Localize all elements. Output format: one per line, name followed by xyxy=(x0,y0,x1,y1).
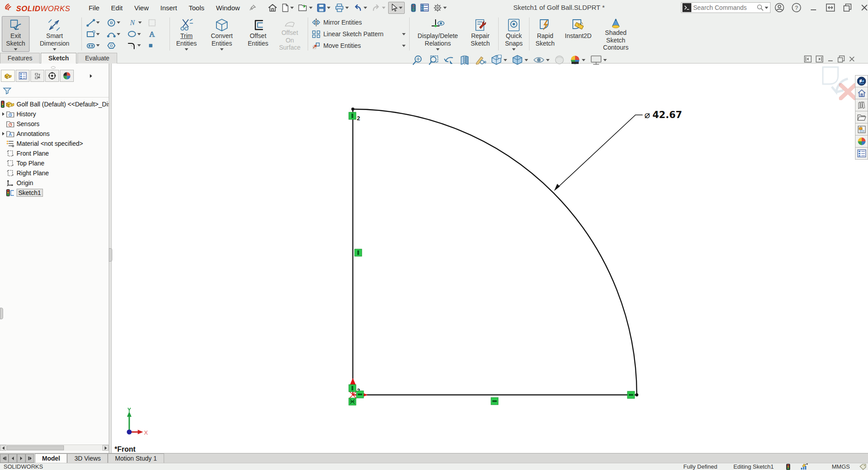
open-document-button[interactable] xyxy=(296,2,314,13)
scroll-right-button[interactable] xyxy=(102,445,109,451)
hide-show-items-button[interactable] xyxy=(532,54,550,66)
options-dropdown[interactable] xyxy=(443,7,447,9)
prev-tab-button[interactable] xyxy=(8,454,17,463)
window-edge-grip[interactable] xyxy=(0,308,3,319)
panel-splitter-grip[interactable] xyxy=(109,248,112,262)
menu-insert[interactable]: Insert xyxy=(154,1,183,14)
first-tab-button[interactable] xyxy=(0,454,8,463)
hide-sketches-button[interactable] xyxy=(474,54,487,66)
taskpane-custom-properties-icon[interactable] xyxy=(855,148,868,160)
quick-snaps-dropdown[interactable] xyxy=(512,48,516,51)
rapid-sketch-button[interactable]: Rapid Sketch xyxy=(531,16,559,52)
tile-pane-right-icon[interactable] xyxy=(816,55,823,63)
arc-tool-dropdown[interactable] xyxy=(117,33,120,35)
select-tool-dropdown[interactable] xyxy=(399,7,402,9)
doc-minimize-icon[interactable] xyxy=(827,56,834,62)
scroll-left-button[interactable] xyxy=(0,445,6,451)
taskpane-design-library-icon[interactable] xyxy=(855,99,868,111)
rectangle-tool[interactable] xyxy=(85,30,105,38)
tree-item-history[interactable]: History xyxy=(0,109,109,119)
new-document-button[interactable] xyxy=(280,2,296,13)
zoom-area-button[interactable] xyxy=(427,54,440,66)
home-button[interactable] xyxy=(266,2,279,13)
open-document-dropdown[interactable] xyxy=(309,7,313,9)
move-entities-button[interactable]: Move Entities xyxy=(312,41,406,51)
display-delete-relations-dropdown[interactable] xyxy=(436,48,440,51)
linear-sketch-pattern-button[interactable]: Linear Sketch Pattern xyxy=(312,29,406,39)
section-view-button[interactable] xyxy=(458,54,471,66)
graphics-area[interactable] xyxy=(112,64,868,453)
ellipse-tool[interactable] xyxy=(126,30,146,38)
configurationmanager-tab[interactable] xyxy=(30,70,44,82)
arc-tool[interactable] xyxy=(105,30,126,38)
exit-sketch-button[interactable]: Exit Sketch xyxy=(2,16,30,52)
apply-scene-dropdown[interactable] xyxy=(582,59,585,61)
spline-tool-dropdown[interactable] xyxy=(138,21,142,24)
tree-item-top-plane[interactable]: Top Plane xyxy=(0,158,109,168)
select-tool-button[interactable] xyxy=(388,2,405,14)
pin-menu-icon[interactable] xyxy=(247,3,258,13)
options-gear-button[interactable] xyxy=(432,2,449,13)
taskpane-appearances-icon[interactable] xyxy=(855,135,868,148)
line-tool[interactable] xyxy=(85,19,105,27)
shaded-sketch-contours-button[interactable]: Shaded Sketch Contours xyxy=(597,16,634,52)
zoom-fit-button[interactable] xyxy=(411,54,424,66)
instant2d-button[interactable]: Instant2D xyxy=(559,16,597,52)
expand-panes-button[interactable] xyxy=(824,2,837,13)
help-icon[interactable]: ? xyxy=(790,2,803,13)
ellipse-tool-dropdown[interactable] xyxy=(137,33,141,35)
print-button[interactable] xyxy=(333,2,351,13)
tree-item-sensors[interactable]: Sensors xyxy=(0,119,109,129)
filter-icon[interactable] xyxy=(3,87,12,94)
display-style-dropdown[interactable] xyxy=(525,59,528,61)
undo-button[interactable] xyxy=(351,2,369,13)
scrollbar-thumb[interactable] xyxy=(7,445,64,450)
linear-pattern-dropdown[interactable] xyxy=(402,33,406,35)
expand-arrow-icon[interactable] xyxy=(0,132,6,135)
fillet-tool-dropdown[interactable] xyxy=(137,44,141,47)
tab-3d-views[interactable]: 3D Views xyxy=(67,453,108,463)
view-settings-button[interactable] xyxy=(589,54,608,66)
next-tab-button[interactable] xyxy=(17,454,25,463)
taskpane-file-explorer-icon[interactable] xyxy=(855,111,868,123)
undo-dropdown[interactable] xyxy=(364,7,367,9)
statusbar-tag-icon[interactable] xyxy=(860,464,866,470)
convert-entities-button[interactable]: Convert Entities xyxy=(201,16,242,52)
point-tool[interactable] xyxy=(146,43,167,48)
display-delete-relations-button[interactable]: Display/Delete Relations xyxy=(411,16,464,52)
featuremanager-tab[interactable] xyxy=(1,70,15,82)
menu-file[interactable]: File xyxy=(83,1,105,14)
taskpane-3dexperience-icon[interactable] xyxy=(855,75,868,87)
view-orientation-button[interactable] xyxy=(490,54,508,66)
dimxpertmanager-tab[interactable] xyxy=(45,70,59,82)
hide-show-items-dropdown[interactable] xyxy=(546,59,550,61)
view-orientation-dropdown[interactable] xyxy=(504,59,507,61)
repair-sketch-button[interactable]: Repair Sketch xyxy=(464,16,496,52)
quick-snaps-button[interactable]: Quick Snaps xyxy=(500,16,527,52)
tree-item-annotations[interactable]: Annotations xyxy=(0,129,109,139)
search-scope-icon[interactable] xyxy=(682,3,691,12)
offset-entities-button[interactable]: Offset Entities xyxy=(242,16,274,52)
slot-tool[interactable] xyxy=(85,42,105,49)
tree-item-front-plane[interactable]: Front Plane xyxy=(0,148,109,158)
circle-tool-dropdown[interactable] xyxy=(117,21,120,24)
expand-arrow-icon[interactable] xyxy=(0,112,6,116)
rectangle-tool-dropdown[interactable] xyxy=(96,33,100,35)
file-properties-button[interactable] xyxy=(419,2,431,13)
rebuild-traffic-light-icon[interactable] xyxy=(409,2,418,13)
statusbar-traffic-light-icon[interactable] xyxy=(786,464,790,470)
search-icon[interactable] xyxy=(757,4,764,11)
displaymanager-tab[interactable] xyxy=(60,70,74,82)
exit-sketch-dropdown[interactable] xyxy=(14,48,17,51)
menu-window[interactable]: Window xyxy=(210,1,246,14)
tab-model[interactable]: Model xyxy=(35,453,67,463)
tree-item-origin[interactable]: Origin xyxy=(0,178,109,188)
search-dropdown[interactable] xyxy=(765,7,768,9)
view-settings-dropdown[interactable] xyxy=(603,59,607,61)
taskpane-resources-icon[interactable] xyxy=(855,87,868,99)
text-tool[interactable]: A xyxy=(146,30,167,38)
tile-pane-left-icon[interactable] xyxy=(804,55,812,63)
tree-root[interactable]: Golf Ball (Default) <<Default>_Display S… xyxy=(0,99,109,109)
display-style-button[interactable] xyxy=(511,54,529,66)
account-icon[interactable] xyxy=(773,2,786,13)
